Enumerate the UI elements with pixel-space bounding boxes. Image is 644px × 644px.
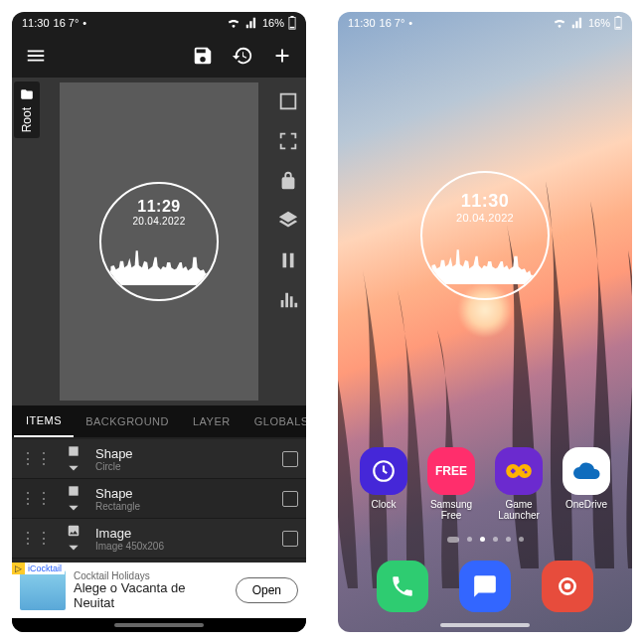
wifi-icon	[227, 16, 241, 30]
list-item[interactable]: ⋮⋮ ShapeCircle	[12, 439, 306, 479]
battery-pct: 16%	[588, 17, 610, 29]
dock-phone[interactable]	[377, 561, 428, 612]
clock-icon	[371, 458, 397, 484]
svg-point-12	[518, 464, 532, 478]
widget-time: 11:30	[461, 191, 510, 212]
item-list: ⋮⋮ ShapeCircle ⋮⋮ ShapeRectangle ⋮⋮ Imag…	[12, 439, 306, 563]
add-button[interactable]	[264, 38, 300, 74]
svg-rect-8	[616, 16, 619, 18]
svg-point-15	[522, 468, 525, 471]
widget-date: 20.04.2022	[456, 212, 514, 224]
ad-image	[20, 570, 66, 610]
tab-background[interactable]: BACKGROUND	[74, 405, 181, 437]
svg-rect-3	[281, 94, 296, 109]
status-icons-left: •	[82, 17, 86, 29]
root-tab[interactable]: Root	[14, 81, 40, 138]
tab-items[interactable]: ITEMS	[14, 405, 74, 437]
page-indicator[interactable]	[338, 537, 632, 543]
ad-banner[interactable]: ▷iCocktail Cocktail Holidays Alege o Vac…	[12, 563, 306, 618]
status-time: 11:30	[22, 17, 50, 29]
app-samsung-free[interactable]: FREE Samsung Free	[422, 447, 480, 521]
widget-time: 11:29	[137, 198, 180, 216]
svg-rect-2	[290, 27, 295, 29]
drag-handle-icon[interactable]: ⋮⋮	[20, 451, 52, 467]
canvas-area: Root 11:29 20.04.2022	[12, 78, 306, 405]
drag-handle-icon[interactable]: ⋮⋮	[20, 531, 52, 547]
arrow-icon	[67, 500, 80, 514]
status-extra: 16 7°	[380, 17, 405, 29]
tab-globals[interactable]: GLOBALS	[242, 405, 306, 437]
ad-badge: ▷iCocktail	[12, 563, 65, 574]
dock-camera[interactable]	[542, 561, 593, 612]
battery-icon	[288, 16, 296, 30]
svg-point-18	[564, 583, 570, 590]
tab-layer[interactable]: LAYER	[181, 405, 242, 437]
tool-pause[interactable]	[274, 246, 302, 274]
menu-button[interactable]	[18, 38, 54, 74]
history-button[interactable]	[225, 38, 260, 74]
image-icon	[67, 524, 80, 538]
checkbox[interactable]	[282, 491, 298, 507]
preview-canvas[interactable]: 11:29 20.04.2022	[60, 82, 258, 401]
shape-icon	[67, 444, 80, 458]
svg-rect-5	[69, 486, 78, 495]
status-bar: 11:30 16 7° • 16%	[12, 12, 306, 34]
wifi-icon	[553, 16, 566, 30]
home-screen: 11:30 16 7° • 16% 11:30 20.04.2022	[338, 12, 632, 632]
status-extra: 16 7°	[54, 17, 80, 29]
arrow-icon	[67, 540, 80, 554]
ad-body: Alege o Vacanta de Neuitat	[74, 581, 228, 610]
nav-bar[interactable]	[338, 618, 632, 632]
battery-pct: 16%	[262, 17, 284, 29]
gamepad-icon	[505, 460, 533, 482]
ad-open-button[interactable]: Open	[236, 577, 298, 603]
root-label: Root	[20, 107, 34, 132]
phone-icon	[390, 573, 415, 599]
clock-widget[interactable]: 11:30 20.04.2022	[420, 171, 550, 300]
tool-layers[interactable]	[274, 207, 302, 235]
skyline-image	[422, 242, 548, 284]
app-onedrive[interactable]: OneDrive	[558, 447, 615, 521]
cloud-icon	[571, 461, 601, 481]
tool-lock[interactable]	[274, 167, 302, 195]
list-item[interactable]: ⋮⋮ ImageImage 450x206	[12, 519, 306, 559]
clock-widget: 11:29 20.04.2022	[99, 182, 219, 301]
editor-tabs: ITEMS BACKGROUND LAYER GLOBALS S	[12, 405, 306, 439]
arrow-icon	[67, 460, 80, 474]
app-game-launcher[interactable]: Game Launcher	[490, 447, 548, 521]
folder-icon	[19, 87, 35, 101]
checkbox[interactable]	[282, 531, 298, 547]
tool-reset[interactable]	[274, 87, 302, 115]
message-icon	[472, 573, 498, 599]
svg-point-16	[525, 471, 528, 474]
signal-icon	[244, 16, 258, 30]
dock	[338, 561, 632, 612]
status-time: 11:30	[348, 17, 376, 29]
list-item[interactable]: ⋮⋮ ShapeRectangle	[12, 479, 306, 519]
battery-icon	[614, 16, 622, 30]
svg-rect-4	[69, 446, 78, 455]
svg-rect-9	[616, 27, 621, 29]
app-clock[interactable]: Clock	[355, 447, 412, 521]
skyline-image	[101, 243, 219, 285]
svg-rect-1	[290, 16, 293, 18]
dock-messages[interactable]	[459, 561, 511, 612]
tool-stats[interactable]	[274, 286, 302, 314]
checkbox[interactable]	[282, 451, 298, 467]
tool-fullscreen[interactable]	[274, 127, 302, 155]
canvas-side-tools	[274, 87, 302, 314]
save-button[interactable]	[185, 38, 221, 74]
status-bar: 11:30 16 7° • 16%	[338, 12, 632, 34]
camera-icon	[555, 573, 580, 599]
signal-icon	[570, 16, 584, 30]
shape-icon	[67, 484, 80, 498]
widget-date: 20.04.2022	[132, 216, 185, 227]
app-toolbar	[12, 34, 306, 78]
editor-screen: 11:30 16 7° • 16%	[12, 12, 306, 632]
app-row: Clock FREE Samsung Free Game Launcher On…	[338, 447, 632, 521]
svg-rect-14	[512, 469, 514, 474]
drag-handle-icon[interactable]: ⋮⋮	[20, 491, 52, 507]
nav-bar[interactable]	[12, 618, 306, 632]
